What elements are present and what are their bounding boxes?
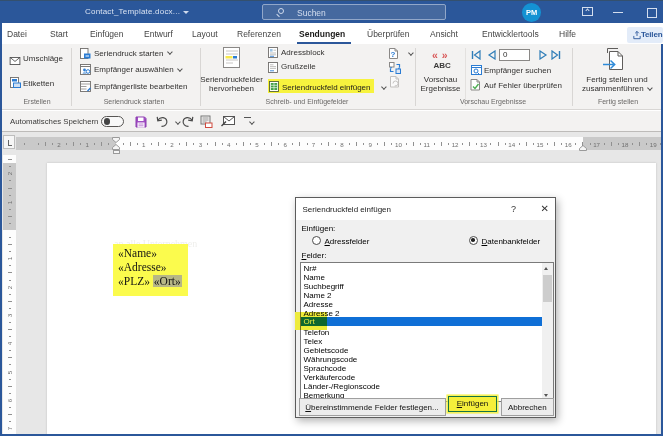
svg-text:?: ? xyxy=(391,49,396,58)
